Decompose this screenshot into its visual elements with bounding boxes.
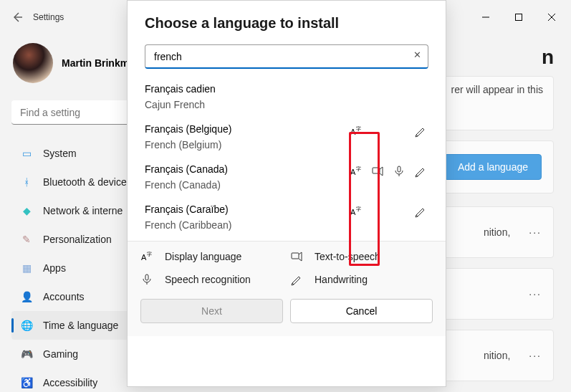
arrow-left-icon <box>11 11 23 23</box>
next-button[interactable]: Next <box>140 299 283 323</box>
language-native-name: Français cadien <box>145 83 216 95</box>
nav-label: Apps <box>43 262 66 274</box>
brush-icon: ✎ <box>20 233 33 246</box>
clear-search-button[interactable]: ✕ <box>413 49 421 60</box>
speech-icon <box>393 165 407 178</box>
svg-text:A: A <box>141 253 147 262</box>
language-feature-icons: A字 <box>231 204 428 218</box>
handwriting-icon <box>290 273 304 286</box>
language-list[interactable]: Français cadienCajun FrenchA字Français (B… <box>128 80 446 241</box>
legend-label: Display language <box>165 251 241 262</box>
language-native-name: Français (Canada) <box>145 163 228 175</box>
nav-label: Time & language <box>43 320 118 331</box>
language-english-name: French (Caribbean) <box>145 219 231 231</box>
add-language-button[interactable]: Add a language <box>444 154 542 180</box>
accessibility-icon: ♿ <box>20 376 33 389</box>
svg-rect-16 <box>373 168 380 173</box>
display-icon: A字 <box>350 205 364 218</box>
dialog-title: Choose a language to install <box>145 15 428 32</box>
svg-text:字: 字 <box>356 166 361 171</box>
globe-clock-icon: 🌐 <box>20 319 33 332</box>
more-icon[interactable]: ··· <box>529 288 542 300</box>
back-button[interactable] <box>3 3 32 32</box>
nav-label: Network & interne <box>43 205 123 216</box>
maximize-button[interactable] <box>502 6 535 29</box>
language-search-input[interactable] <box>145 44 428 69</box>
language-english-name: French (Belgium) <box>145 139 231 150</box>
hand-icon <box>414 125 428 138</box>
titlebar-title: Settings <box>33 12 64 22</box>
legend-tts: Text-to-speech <box>290 250 433 263</box>
nav-label: System <box>43 148 77 159</box>
close-button[interactable] <box>535 6 568 29</box>
language-english-name: Cajun French <box>145 99 216 110</box>
legend-label: Handwriting <box>315 274 368 285</box>
legend-speech: Speech recognition <box>140 273 283 286</box>
nav-label: Bluetooth & device <box>43 176 127 188</box>
apps-icon: ▦ <box>20 262 33 274</box>
language-native-name: Français (Caraïbe) <box>145 204 231 215</box>
language-native-name: Français (Belgique) <box>145 123 231 135</box>
speech-recognition-icon <box>140 273 155 286</box>
nav-label: Personalization <box>43 234 112 245</box>
nav-label: Accounts <box>43 291 85 302</box>
language-feature-icons: A字 <box>228 163 428 178</box>
avatar <box>13 43 53 83</box>
more-icon[interactable]: ··· <box>529 226 542 238</box>
legend-display-language: A字Display language <box>140 250 283 263</box>
hand-icon <box>414 205 428 218</box>
nav-label: Accessibility <box>43 377 97 388</box>
wifi-icon: ◆ <box>20 204 33 217</box>
language-option[interactable]: Français cadienCajun FrenchA字 <box>128 80 446 120</box>
dialog-buttons: Next Cancel <box>128 292 446 336</box>
profile-name: Martin Brinkm <box>62 57 129 69</box>
nav-label: Gaming <box>43 348 78 360</box>
legend-handwriting: Handwriting <box>290 273 433 286</box>
legend-label: Speech recognition <box>165 274 251 285</box>
language-feature-icons: A字 <box>216 83 428 97</box>
svg-text:A: A <box>350 208 356 216</box>
svg-rect-17 <box>398 166 400 172</box>
person-icon: 👤 <box>20 290 33 303</box>
svg-text:A: A <box>350 128 356 136</box>
text-to-speech-icon <box>290 250 304 263</box>
display-language-icon: A字 <box>140 250 155 263</box>
feature-text: nition, <box>484 350 510 361</box>
tts-icon <box>371 165 385 178</box>
cancel-button[interactable]: Cancel <box>290 299 433 323</box>
language-install-dialog: Choose a language to install ✕ Français … <box>127 0 446 387</box>
minimize-button[interactable] <box>469 6 502 29</box>
display-icon: A字 <box>350 125 364 138</box>
svg-text:字: 字 <box>356 206 361 211</box>
svg-rect-24 <box>292 253 299 259</box>
gamepad-icon: 🎮 <box>20 348 33 360</box>
page-title: n <box>542 46 554 69</box>
language-option[interactable]: Français (Belgique)French (Belgium)A字 <box>128 120 446 161</box>
display-icon: ▭ <box>20 147 33 160</box>
feature-legend: A字Display language Text-to-speech Speech… <box>128 241 446 292</box>
language-option[interactable]: Français (Caraïbe)French (Caribbean)A字 <box>128 201 446 241</box>
language-feature-icons: A字 <box>231 123 428 138</box>
display-icon: A字 <box>350 165 364 178</box>
svg-rect-1 <box>516 14 522 21</box>
more-icon[interactable]: ··· <box>529 350 542 361</box>
svg-text:A: A <box>350 168 356 176</box>
language-english-name: French (Canada) <box>145 179 228 191</box>
svg-rect-25 <box>145 274 148 280</box>
feature-text: nition, <box>484 226 510 238</box>
svg-text:字: 字 <box>147 252 152 257</box>
window-controls <box>469 6 568 29</box>
language-option[interactable]: Français (Canada)French (Canada)A字 <box>128 161 446 201</box>
legend-label: Text-to-speech <box>315 251 380 262</box>
hand-icon <box>414 165 428 178</box>
bluetooth-icon: ᚼ <box>20 176 33 188</box>
svg-text:字: 字 <box>356 126 361 131</box>
